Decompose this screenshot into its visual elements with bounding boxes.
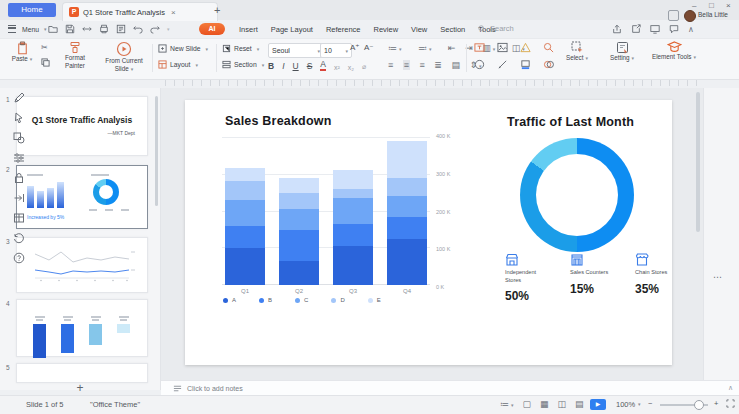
align-left-button[interactable]: ≡: [388, 60, 393, 70]
indent-decrease-button[interactable]: ⇤: [448, 43, 456, 53]
superscript-button[interactable]: x²: [334, 64, 340, 71]
document-tab[interactable]: P Q1 Store Traffic Analysis ×: [62, 2, 218, 21]
presenter-view-icon[interactable]: ▤: [575, 399, 584, 409]
from-current-slide-button[interactable]: From Current Slide▾: [100, 41, 148, 72]
search-box[interactable]: Search: [478, 24, 514, 33]
select-button[interactable]: Select▾: [560, 41, 594, 62]
history-icon[interactable]: [13, 232, 25, 244]
underline-button[interactable]: U: [293, 61, 299, 71]
copy-icon[interactable]: [41, 58, 50, 67]
close-window-button[interactable]: ×: [726, 1, 731, 10]
tab-view[interactable]: View: [411, 25, 427, 34]
export-panel-icon[interactable]: [13, 192, 25, 204]
stacked-bar-Q3[interactable]: [333, 137, 373, 285]
help-icon[interactable]: [13, 252, 25, 264]
traffic-title[interactable]: Traffic of Last Month: [507, 115, 634, 129]
shrink-font-button[interactable]: A⁻: [364, 43, 374, 52]
add-slide-button[interactable]: +: [68, 381, 92, 395]
print-icon[interactable]: [99, 24, 109, 34]
slide-thumbnail-3[interactable]: [16, 237, 148, 293]
stacked-bar-Q1[interactable]: [225, 137, 265, 285]
find-replace-button[interactable]: [543, 42, 554, 53]
reset-button[interactable]: Reset▾: [222, 44, 259, 53]
sidebar-more-icon[interactable]: ⋯: [713, 272, 722, 282]
align-right-button[interactable]: ≡: [420, 60, 425, 70]
tab-reference[interactable]: Reference: [326, 25, 361, 34]
minimize-button[interactable]: –: [692, 1, 696, 10]
home-button[interactable]: Home: [8, 3, 56, 17]
stacked-bar-plot[interactable]: [222, 137, 430, 285]
distribute-button[interactable]: ▤: [451, 60, 460, 70]
sales-breakdown-title[interactable]: Sales Breakdown: [225, 114, 332, 128]
subscript-button[interactable]: x₂: [348, 64, 354, 71]
font-size-select[interactable]: 10▾: [320, 43, 352, 58]
slide-thumbnail-4[interactable]: [16, 299, 148, 357]
new-slide-button[interactable]: New Slide▾: [158, 44, 208, 53]
print-preview-icon[interactable]: [116, 24, 126, 34]
comment-icon[interactable]: [669, 24, 679, 34]
italic-button[interactable]: I: [282, 61, 284, 71]
grow-font-button[interactable]: A⁺: [350, 43, 360, 52]
donut-chart[interactable]: [520, 138, 634, 252]
cut-icon[interactable]: ✂: [41, 43, 48, 52]
cast-icon[interactable]: [650, 24, 660, 34]
zoom-caret-icon[interactable]: ▾: [638, 401, 641, 407]
menu-button[interactable]: Menu ▾: [8, 25, 47, 33]
tab-section[interactable]: Section: [440, 25, 465, 34]
scroll-up-icon[interactable]: ∧: [728, 384, 733, 392]
setting-button[interactable]: Setting▾: [604, 41, 640, 62]
lock-icon[interactable]: [13, 172, 25, 184]
maximize-button[interactable]: □: [709, 1, 714, 10]
slide-thumbnail-5[interactable]: [16, 363, 148, 383]
share-icon[interactable]: [612, 24, 622, 34]
element-tools-button[interactable]: Element Tools▾: [646, 41, 702, 61]
bold-button[interactable]: B: [268, 61, 274, 71]
ai-tab[interactable]: AI: [199, 23, 225, 35]
slide-thumbnail-1[interactable]: Q1 Store Traffic Analysis —MKT Dept: [16, 96, 148, 156]
editor-vertical-scrollbar[interactable]: [696, 92, 700, 232]
insert-picture-button[interactable]: [497, 42, 508, 53]
save-icon[interactable]: [65, 24, 75, 34]
theme-name[interactable]: "Office Theme": [90, 400, 140, 409]
close-tab-icon[interactable]: ×: [171, 8, 176, 17]
slide-canvas[interactable]: Sales Breakdown 400 K300 K200 K100 K0 K …: [185, 100, 672, 365]
undo-icon[interactable]: [133, 24, 143, 34]
justify-button[interactable]: ≣: [434, 60, 442, 70]
slide-sorter-icon[interactable]: ▦: [540, 399, 549, 409]
font-name-select[interactable]: Seoul▾: [268, 43, 324, 58]
collapse-ribbon-icon[interactable]: ∧: [688, 25, 694, 34]
fill-color-button[interactable]: [520, 59, 531, 70]
zoom-slider-knob[interactable]: [694, 400, 704, 410]
bullets-button[interactable]: ≔▾: [388, 43, 409, 53]
reading-view-icon[interactable]: ◫: [558, 399, 567, 409]
stacked-bar-Q4[interactable]: [387, 137, 427, 285]
new-file-icon[interactable]: [48, 24, 58, 34]
table-icon[interactable]: [13, 212, 25, 224]
adjust-sliders-icon[interactable]: [13, 152, 25, 164]
clear-format-button[interactable]: ⌀: [362, 63, 366, 71]
shape-fill-button[interactable]: [474, 59, 485, 70]
cursor-icon[interactable]: [13, 112, 25, 124]
text-box-button[interactable]: [474, 42, 485, 53]
new-tab-button[interactable]: +: [214, 4, 220, 16]
zoom-in-button[interactable]: +: [714, 399, 718, 408]
strikethrough-button[interactable]: S: [307, 61, 313, 71]
zoom-level[interactable]: 100%: [616, 400, 635, 409]
paste-button[interactable]: Paste▾: [7, 41, 37, 63]
notes-bar[interactable]: Click to add notes ∧: [161, 380, 739, 395]
section-button[interactable]: Section▾: [222, 60, 264, 69]
align-center-button[interactable]: ≡: [403, 60, 410, 70]
fit-to-window-icon[interactable]: [726, 399, 735, 408]
shapes-icon[interactable]: [13, 132, 25, 144]
panel-scrollbar[interactable]: [155, 96, 158, 206]
layout-button[interactable]: Layout▾: [158, 60, 198, 69]
output-icon[interactable]: [82, 24, 92, 34]
user-avatar[interactable]: [684, 10, 696, 22]
insert-shape-button[interactable]: [520, 42, 531, 53]
tab-review[interactable]: Review: [374, 25, 399, 34]
shape-outline-button[interactable]: [497, 59, 508, 70]
zoom-out-button[interactable]: −: [648, 399, 652, 408]
slideshow-play-button[interactable]: ▶: [590, 399, 606, 410]
tab-insert[interactable]: Insert: [239, 25, 258, 34]
notes-toggle-icon[interactable]: ≔▾: [500, 399, 514, 409]
